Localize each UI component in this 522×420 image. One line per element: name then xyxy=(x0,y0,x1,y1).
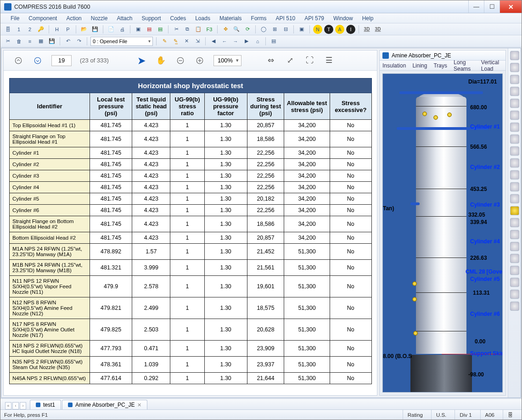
tool-refresh-icon[interactable]: ⟳ xyxy=(243,25,252,34)
page-down-icon[interactable] xyxy=(32,55,43,66)
tab-insulation[interactable]: Insulation xyxy=(382,62,406,69)
menu-codes[interactable]: Codes xyxy=(166,14,191,23)
tool-move-icon[interactable]: ✥ xyxy=(221,25,230,34)
tool-scissors-icon[interactable]: ✂ xyxy=(3,37,12,46)
page-up-icon[interactable] xyxy=(13,55,24,66)
tab-nav-next-icon[interactable]: › xyxy=(20,402,26,409)
menu-component[interactable]: Component xyxy=(24,14,62,23)
tool-cancel-icon[interactable]: ✕ xyxy=(182,37,191,46)
pointer-tool-icon[interactable]: ➤ xyxy=(136,55,147,66)
palette-item[interactable] xyxy=(510,254,519,263)
tool-black-t-icon[interactable]: T xyxy=(324,25,333,34)
menu-materials[interactable]: Materials xyxy=(215,14,247,23)
undo-icon[interactable]: ↶ xyxy=(63,37,73,46)
page-number-input[interactable]: 19 xyxy=(51,55,72,66)
tool-3d-icon[interactable]: 3D xyxy=(362,25,371,34)
palette-item[interactable] xyxy=(510,182,519,191)
tool-zoom-icon[interactable]: 🔍 xyxy=(232,25,241,34)
menu-action[interactable]: Action xyxy=(62,14,86,23)
palette-item[interactable] xyxy=(510,194,519,203)
nav-last-icon[interactable]: ▶ xyxy=(242,37,251,46)
minimize-button[interactable]: — xyxy=(468,0,484,13)
nav-home-icon[interactable]: ⌂ xyxy=(253,37,262,46)
tool-key-icon[interactable]: 🔑 xyxy=(36,25,45,34)
menu-api510[interactable]: API 510 xyxy=(271,14,300,23)
maximize-button[interactable]: ☐ xyxy=(484,0,500,13)
menu-file[interactable]: File xyxy=(6,14,24,23)
tool-1-icon[interactable]: 1 xyxy=(14,25,23,34)
tool-excel-icon[interactable]: ▤ xyxy=(156,25,165,34)
report-scroll-area[interactable]: Horizontal shop hydrostatic test Identif… xyxy=(4,71,377,395)
menu-loads[interactable]: Loads xyxy=(191,14,215,23)
tool-globe-icon[interactable]: ◯ xyxy=(259,25,268,34)
menu-support[interactable]: Support xyxy=(137,14,165,23)
fit-page-icon[interactable]: ⤢ xyxy=(285,55,296,66)
palette-item[interactable] xyxy=(510,123,519,132)
redo-icon[interactable]: ↷ xyxy=(74,37,84,46)
palette-item[interactable] xyxy=(510,170,519,179)
palette-item[interactable] xyxy=(510,111,519,120)
model-3d-viewport[interactable]: Dia=117.01 680.00 Cylinder #1 566.56 Cyl… xyxy=(382,73,503,392)
fit-width-icon[interactable]: ⇔ xyxy=(265,55,276,66)
zoom-select[interactable]: 100% xyxy=(213,55,241,66)
menu-attach[interactable]: Attach xyxy=(112,14,137,23)
tool-list-icon[interactable]: ≡ xyxy=(25,37,34,46)
tool-h-icon[interactable]: H xyxy=(52,25,62,34)
palette-item[interactable] xyxy=(510,134,519,144)
tool-f3-icon[interactable]: F3 xyxy=(205,25,214,34)
menu-window[interactable]: Window xyxy=(329,14,358,23)
tool-copy-icon[interactable]: ⧉ xyxy=(183,25,192,34)
palette-item[interactable] xyxy=(510,242,519,251)
zoom-out-icon[interactable] xyxy=(175,55,186,66)
tool-paste-icon[interactable]: 📋 xyxy=(194,25,203,34)
tool-check-icon[interactable]: ✎̲ xyxy=(171,37,180,46)
palette-item[interactable] xyxy=(510,99,519,108)
save-icon[interactable]: 💾 xyxy=(90,25,100,34)
close-button[interactable]: ✕ xyxy=(500,0,522,13)
open-icon[interactable]: 📂 xyxy=(79,25,89,34)
palette-item[interactable] xyxy=(510,75,519,84)
palette-item[interactable] xyxy=(510,218,519,227)
tab-trays[interactable]: Trays xyxy=(433,62,447,69)
tool-yellow-n-icon[interactable]: N xyxy=(313,25,322,34)
menu-help[interactable]: Help xyxy=(358,14,378,23)
palette-item[interactable] xyxy=(510,266,519,275)
tool-yellow-a-icon[interactable]: A xyxy=(335,25,344,34)
tool-calc-icon[interactable]: ▤ xyxy=(269,37,278,46)
tool-layers-icon[interactable]: ▣ xyxy=(297,25,306,34)
doc-tab-test1[interactable]: test1 xyxy=(30,400,61,409)
tab-nav-first-icon[interactable]: « xyxy=(5,402,11,409)
tab-verticalload[interactable]: Vertical Load xyxy=(481,59,503,72)
fullscreen-icon[interactable]: ⛶ xyxy=(304,55,315,66)
nav-first-icon[interactable]: ◀ xyxy=(209,37,218,46)
tool-delete-icon[interactable]: 🗑 xyxy=(14,37,23,46)
tool-misc2-icon[interactable]: ⊟ xyxy=(281,25,290,34)
palette-item[interactable] xyxy=(510,87,519,96)
tool-pdf-icon[interactable]: ▤ xyxy=(145,25,154,34)
palette-item[interactable] xyxy=(510,206,519,215)
menu-api579[interactable]: API 579 xyxy=(300,14,329,23)
tool-edit-icon[interactable]: ✎ xyxy=(160,37,169,46)
palette-item[interactable] xyxy=(510,302,519,311)
tab-longseams[interactable]: Long Seams xyxy=(454,59,475,72)
doc-tab-amine[interactable]: Amine Absorber_PC_JE ✕ xyxy=(62,400,147,409)
tool-align-icon[interactable]: ⇲ xyxy=(193,37,202,46)
menu-nozzle[interactable]: Nozzle xyxy=(86,14,112,23)
tool-vessel-icon[interactable]: 🗄 xyxy=(3,25,12,34)
tab-close-icon[interactable]: ✕ xyxy=(137,402,141,408)
hand-tool-icon[interactable]: ✋ xyxy=(156,55,167,66)
palette-item[interactable] xyxy=(510,146,519,156)
palette-item[interactable] xyxy=(510,290,519,299)
tool-p-icon[interactable]: P xyxy=(63,25,73,34)
palette-item[interactable] xyxy=(510,278,519,287)
nav-next-icon[interactable]: → xyxy=(231,37,240,46)
nav-prev-icon[interactable]: ← xyxy=(220,37,229,46)
tool-3d2-icon[interactable]: 3D xyxy=(373,25,382,34)
tool-2-icon[interactable]: 2 xyxy=(25,25,34,34)
palette-item[interactable] xyxy=(510,230,519,239)
tool-misc1-icon[interactable]: ⊞ xyxy=(270,25,279,34)
palette-item[interactable] xyxy=(510,63,519,72)
palette-item[interactable] xyxy=(510,51,519,60)
tool-cut-icon[interactable]: ✂ xyxy=(172,25,181,34)
tool-report-icon[interactable]: 📄 xyxy=(107,25,116,34)
